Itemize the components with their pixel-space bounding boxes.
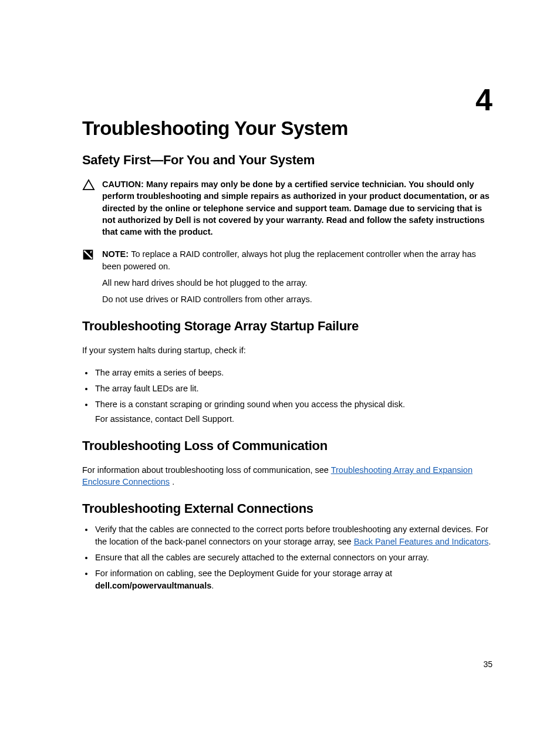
note-body: To replace a RAID controller, always hot…	[102, 249, 476, 270]
note-label: NOTE:	[102, 249, 131, 259]
list-item: Ensure that all the cables are securely …	[94, 552, 492, 564]
startup-list: The array emits a series of beeps. The a…	[82, 367, 492, 425]
list-item-text: There is a constant scraping or grinding…	[95, 400, 405, 409]
note-extra-2: Do not use drives or RAID controllers fr…	[102, 293, 492, 305]
loss-post: .	[170, 477, 174, 486]
startup-intro: If your system halts during startup, che…	[82, 344, 492, 356]
caution-body: Many repairs may only be done by a certi…	[102, 180, 490, 236]
note-icon	[82, 249, 97, 261]
caution-icon	[82, 179, 97, 191]
document-page: 4 Troubleshooting Your System Safety Fir…	[0, 0, 560, 704]
caution-block: CAUTION: Many repairs may only be done b…	[82, 178, 492, 238]
list-item: There is a constant scraping or grinding…	[94, 398, 492, 425]
page-title: Troubleshooting Your System	[82, 117, 492, 140]
list-item: The array fault LEDs are lit.	[94, 383, 492, 395]
note-text: NOTE: To replace a RAID controller, alwa…	[102, 248, 492, 272]
link-back-panel[interactable]: Back Panel Features and Indicators	[354, 537, 489, 546]
note-extra-1: All new hard drives should be hot plugge…	[102, 277, 492, 289]
chapter-number: 4	[475, 82, 492, 117]
heading-startup: Troubleshooting Storage Array Startup Fa…	[82, 319, 492, 334]
heading-safety: Safety First—For You and Your System	[82, 153, 492, 168]
list-item-sub: For assistance, contact Dell Support.	[95, 413, 492, 425]
external-list: Verify that the cables are connected to …	[82, 523, 492, 592]
loss-paragraph: For information about troubleshooting lo…	[82, 464, 492, 488]
heading-loss: Troubleshooting Loss of Communication	[82, 438, 492, 454]
ext-item3-bold: dell.com/powervaultmanuals	[95, 581, 211, 590]
list-item: For information on cabling, see the Depl…	[94, 567, 492, 592]
note-block: NOTE: To replace a RAID controller, alwa…	[82, 248, 492, 272]
caution-label: CAUTION:	[102, 180, 146, 189]
list-item: Verify that the cables are connected to …	[94, 523, 492, 548]
ext-item3-pre: For information on cabling, see the Depl…	[95, 569, 392, 578]
ext-item3-post: .	[211, 581, 214, 590]
heading-external: Troubleshooting External Connections	[82, 501, 492, 516]
ext-item1-post: .	[488, 537, 491, 546]
list-item: The array emits a series of beeps.	[94, 367, 492, 379]
caution-text: CAUTION: Many repairs may only be done b…	[102, 178, 492, 238]
loss-pre: For information about troubleshooting lo…	[82, 465, 331, 475]
page-number: 35	[483, 660, 492, 669]
